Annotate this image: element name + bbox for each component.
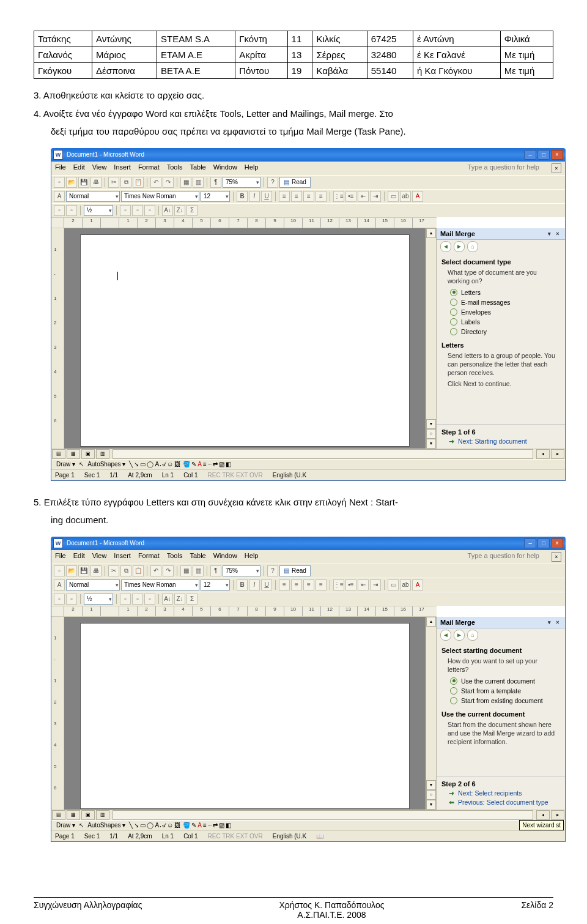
sum-icon[interactable]: Σ bbox=[186, 594, 198, 605]
menu-bar[interactable]: File Edit View Insert Format Tools Table… bbox=[51, 162, 565, 175]
doc-close-button[interactable]: × bbox=[552, 552, 561, 562]
view-outline-icon[interactable]: ▥ bbox=[96, 449, 109, 459]
style-combo[interactable]: Normal bbox=[66, 579, 120, 591]
align-left-icon[interactable]: ≡ bbox=[279, 191, 290, 202]
horizontal-scrollbar[interactable] bbox=[113, 810, 533, 820]
zoom-combo[interactable]: 75% bbox=[223, 565, 260, 576]
font-color-icon[interactable]: A bbox=[198, 461, 202, 468]
view-web-icon[interactable]: ▦ bbox=[67, 810, 80, 820]
horizontal-ruler[interactable]: 211234567891011121314151617 bbox=[51, 606, 437, 617]
dash-icon[interactable]: ┈ bbox=[208, 822, 212, 829]
picture-icon[interactable]: 🖼 bbox=[174, 822, 180, 829]
align-right-icon[interactable]: ≡ bbox=[303, 579, 314, 591]
oval-icon[interactable]: ◯ bbox=[147, 822, 153, 829]
autoshapes-menu[interactable]: AutoShapes ▾ bbox=[85, 461, 128, 468]
draw-menu[interactable]: Draw ▾ bbox=[54, 461, 78, 468]
standard-toolbar[interactable]: ▫📂💾🖶 ✂⧉📋 ↶↷ ▦▥ ¶ 75% ? ▤Read bbox=[51, 175, 565, 189]
tool-icon[interactable]: ▫ bbox=[54, 594, 65, 605]
menu-edit[interactable]: Edit bbox=[73, 163, 85, 173]
read-button[interactable]: ▤Read bbox=[279, 177, 311, 188]
3d-icon[interactable]: ◧ bbox=[226, 822, 231, 829]
maximize-button[interactable]: □ bbox=[537, 538, 550, 548]
justify-icon[interactable]: ≡ bbox=[316, 191, 327, 202]
fill-icon[interactable]: 🪣 bbox=[183, 822, 190, 829]
indent-inc-icon[interactable]: ⇥ bbox=[370, 191, 381, 202]
home-icon[interactable]: ⌂ bbox=[467, 630, 478, 641]
tool-icon[interactable]: ▫ bbox=[66, 205, 77, 216]
radio-template[interactable]: Start from a template bbox=[437, 686, 565, 696]
line-icon[interactable]: ╲ bbox=[129, 822, 133, 829]
undo-icon[interactable]: ↶ bbox=[150, 565, 161, 576]
font-combo[interactable]: Times New Roman bbox=[121, 191, 199, 202]
scroll-right-icon[interactable]: ▸ bbox=[551, 449, 564, 459]
doc-close-button[interactable]: × bbox=[552, 163, 561, 173]
save-icon[interactable]: 💾 bbox=[78, 177, 89, 188]
redo-icon[interactable]: ↷ bbox=[163, 177, 174, 188]
menu-insert[interactable]: Insert bbox=[114, 163, 131, 173]
radio-existing[interactable]: Start from existing document bbox=[437, 696, 565, 706]
fraction-combo[interactable]: ½ bbox=[84, 205, 113, 216]
clipart-icon[interactable]: ☺ bbox=[167, 461, 173, 468]
view-buttons-row[interactable]: ▤▦▣▥ ◂▸ bbox=[51, 449, 565, 459]
rect-icon[interactable]: ▭ bbox=[140, 822, 146, 829]
arrow-icon[interactable]: ↘ bbox=[134, 822, 139, 829]
columns-icon[interactable]: ▥ bbox=[193, 177, 204, 188]
tool-icon[interactable]: ▫ bbox=[144, 205, 155, 216]
list-num-icon[interactable]: ⋮≡ bbox=[333, 579, 344, 591]
radio-envelopes[interactable]: Envelopes bbox=[437, 307, 565, 317]
extra-toolbar[interactable]: ▫▫ ½ ▫▫▫ A↓Z↓Σ bbox=[51, 592, 565, 606]
tool-icon[interactable]: ▫ bbox=[120, 594, 131, 605]
vertical-ruler[interactable]: 1-123456 bbox=[51, 617, 64, 810]
drawing-toolbar[interactable]: Draw ▾ ↖ AutoShapes ▾ ╲↘▭◯ A𝒜☺🖼 🪣✎A ≡┈⇄▨… bbox=[51, 820, 565, 830]
draw-menu[interactable]: Draw ▾ bbox=[54, 822, 78, 829]
menu-help[interactable]: Help bbox=[245, 163, 259, 173]
line-icon[interactable]: ╲ bbox=[129, 461, 133, 468]
textbox-icon[interactable]: A bbox=[155, 822, 159, 829]
pilcrow-icon[interactable]: ¶ bbox=[210, 565, 221, 576]
view-web-icon[interactable]: ▦ bbox=[67, 449, 80, 459]
select-icon[interactable]: ↖ bbox=[79, 822, 84, 829]
document-area[interactable] bbox=[64, 617, 426, 810]
size-combo[interactable]: 12 bbox=[201, 579, 230, 591]
vertical-ruler[interactable]: 1-123456 bbox=[51, 228, 64, 449]
tool-icon[interactable]: ▫ bbox=[120, 205, 131, 216]
menu-window[interactable]: Window bbox=[213, 552, 237, 562]
menu-file[interactable]: File bbox=[55, 163, 66, 173]
view-outline-icon[interactable]: ▥ bbox=[96, 810, 109, 820]
line-style-icon[interactable]: ≡ bbox=[203, 461, 207, 468]
view-print-icon[interactable]: ▣ bbox=[81, 449, 95, 459]
extra-toolbar[interactable]: ▫▫ ½ ▫▫▫ A↓Z↓Σ bbox=[51, 203, 565, 217]
italic-icon[interactable]: I bbox=[249, 579, 260, 591]
clipart-icon[interactable]: ☺ bbox=[167, 822, 173, 829]
next-link[interactable]: ➜Next: Starting document bbox=[441, 436, 560, 445]
size-combo[interactable]: 12 bbox=[201, 191, 230, 202]
list-num-icon[interactable]: ⋮≡ bbox=[333, 191, 344, 202]
bold-icon[interactable]: B bbox=[237, 191, 248, 202]
vertical-scrollbar[interactable]: ▴▾○▾ bbox=[426, 228, 436, 449]
menu-table[interactable]: Table bbox=[190, 163, 205, 173]
style-icon[interactable]: A bbox=[54, 579, 65, 591]
border-icon[interactable]: ▭ bbox=[388, 579, 399, 591]
formatting-toolbar[interactable]: A Normal Times New Roman 12 BIU ≡≡≡≡ ⋮≡•… bbox=[51, 578, 565, 592]
menu-help[interactable]: Help bbox=[245, 552, 259, 562]
radio-labels[interactable]: Labels bbox=[437, 317, 565, 327]
chevron-down-icon[interactable]: ▾ bbox=[545, 619, 553, 626]
arrow-icon[interactable]: ↘ bbox=[134, 461, 139, 468]
sort-asc-icon[interactable]: A↓ bbox=[162, 594, 173, 605]
view-buttons-row[interactable]: ▤▦▣▥ ◂▸ bbox=[51, 810, 565, 820]
line-style-icon[interactable]: ≡ bbox=[203, 822, 207, 829]
font-color-icon[interactable]: A bbox=[198, 822, 202, 829]
help-icon[interactable]: ? bbox=[267, 565, 278, 576]
dash-icon[interactable]: ┈ bbox=[208, 461, 212, 468]
print-icon[interactable]: 🖶 bbox=[90, 565, 102, 576]
menu-format[interactable]: Format bbox=[138, 163, 160, 173]
line-color-icon[interactable]: ✎ bbox=[191, 822, 196, 829]
style-combo[interactable]: Normal bbox=[66, 191, 120, 202]
highlight-icon[interactable]: ab bbox=[400, 191, 411, 202]
next-link[interactable]: ➜Next: Select recipients bbox=[441, 788, 560, 797]
home-icon[interactable]: ⌂ bbox=[467, 241, 478, 252]
font-combo[interactable]: Times New Roman bbox=[121, 579, 199, 591]
back-icon[interactable]: ◄ bbox=[440, 241, 451, 252]
list-bullet-icon[interactable]: •≡ bbox=[345, 191, 356, 202]
select-icon[interactable]: ↖ bbox=[79, 461, 84, 468]
